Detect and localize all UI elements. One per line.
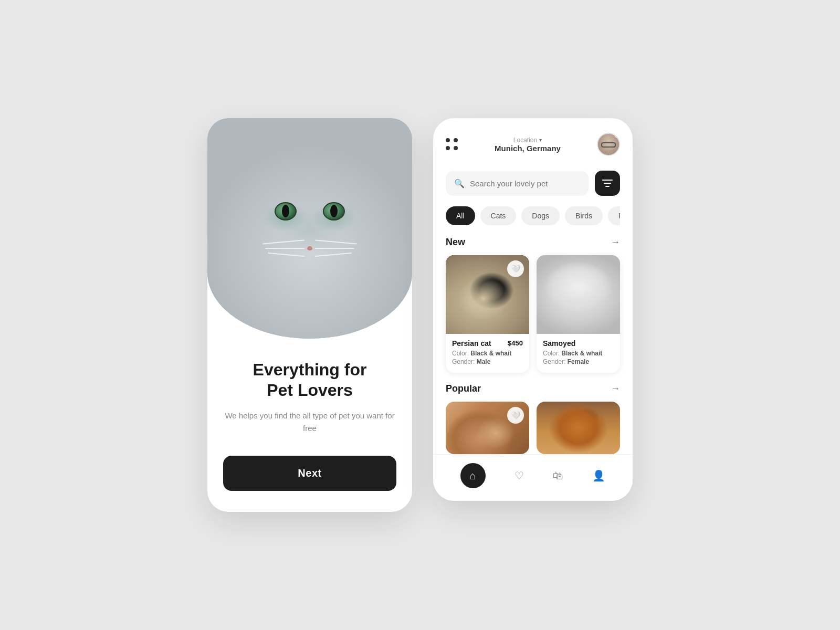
- notification-dot: [615, 133, 620, 138]
- new-pets-grid: 🤍 Persian cat $450 Color: Black & whait …: [446, 255, 620, 373]
- filter-line-2: [604, 183, 611, 184]
- home-icon-bg: ⌂: [460, 463, 486, 488]
- onboarding-screen: Everything for Pet Lovers We helps you f…: [207, 118, 412, 512]
- samoyed-image: [537, 255, 620, 334]
- cat-nose: [307, 246, 312, 250]
- persian-cat-image: 🤍: [446, 255, 529, 334]
- home-icon: ⌂: [470, 470, 476, 482]
- samoyed-top-row: Samoyed: [543, 339, 614, 348]
- popular-section-header: Popular →: [446, 383, 620, 394]
- dot-2: [454, 138, 458, 142]
- tab-all[interactable]: All: [446, 206, 475, 225]
- filter-line-3: [605, 186, 610, 187]
- filter-line-1: [602, 180, 613, 181]
- popular-section-arrow[interactable]: →: [611, 383, 620, 394]
- persian-cat-info: Persian cat $450 Color: Black & whait Ge…: [446, 334, 529, 373]
- new-section-title: New: [446, 237, 465, 248]
- location-label: Location ▾: [458, 136, 597, 144]
- location-city: Munich, Germany: [458, 144, 597, 153]
- persian-cat-name: Persian cat: [452, 339, 491, 348]
- main-title: Everything for Pet Lovers: [223, 360, 396, 400]
- pet-card-persian: 🤍 Persian cat $450 Color: Black & whait …: [446, 255, 529, 373]
- cat-face: [207, 118, 412, 339]
- nav-profile[interactable]: 👤: [592, 469, 605, 482]
- avatar[interactable]: [597, 133, 620, 156]
- popular-pets-grid: 🤍: [446, 402, 620, 454]
- samoyed-info: Samoyed Color: Black & whait Gender: Fem…: [537, 334, 620, 373]
- samoyed-name: Samoyed: [543, 339, 575, 348]
- search-input-wrapper[interactable]: 🔍: [446, 171, 589, 196]
- pet-card-samoyed: Samoyed Color: Black & whait Gender: Fem…: [537, 255, 620, 373]
- samoyed-color: Color: Black & whait: [543, 350, 614, 357]
- dot-1: [446, 138, 450, 142]
- persian-cat-heart-button[interactable]: 🤍: [507, 260, 524, 277]
- samoyed-gender: Gender: Female: [543, 358, 614, 365]
- new-section-header: New →: [446, 237, 620, 248]
- location-area[interactable]: Location ▾ Munich, Germany: [458, 136, 597, 153]
- onboarding-subtitle: We helps you find the all type of pet yo…: [223, 410, 396, 435]
- menu-dots-button[interactable]: [446, 138, 458, 151]
- app-container: Everything for Pet Lovers We helps you f…: [176, 87, 664, 543]
- search-icon: 🔍: [454, 178, 465, 188]
- persian-cat-top-row: Persian cat $450: [452, 339, 523, 348]
- nav-shop[interactable]: 🛍: [553, 470, 563, 482]
- search-bar: 🔍: [446, 171, 620, 196]
- new-section-arrow[interactable]: →: [611, 237, 620, 248]
- main-screen: Location ▾ Munich, Germany 🔍: [433, 118, 633, 501]
- tab-dogs[interactable]: Dogs: [521, 206, 560, 225]
- app-header: Location ▾ Munich, Germany: [446, 133, 620, 156]
- persian-cat-price: $450: [508, 339, 523, 347]
- nav-favorites[interactable]: ♡: [514, 469, 524, 482]
- persian-cat-gender: Gender: Male: [452, 358, 523, 365]
- bag-icon: 🛍: [553, 470, 563, 482]
- chevron-down-icon: ▾: [539, 137, 542, 143]
- tab-rabbits[interactable]: Rab: [608, 206, 620, 225]
- tab-cats[interactable]: Cats: [480, 206, 517, 225]
- cat-eyes: [275, 202, 345, 220]
- dot-4: [454, 146, 458, 150]
- avatar-glasses: [601, 142, 616, 148]
- category-tabs: All Cats Dogs Birds Rab: [446, 206, 620, 225]
- persian-cat-color: Color: Black & whait: [452, 350, 523, 357]
- whisker-left-2: [265, 248, 304, 249]
- popular-pet-1-heart-button[interactable]: 🤍: [507, 407, 524, 424]
- popular-section-title: Popular: [446, 383, 481, 394]
- person-icon: 👤: [592, 469, 605, 482]
- heart-icon: ♡: [514, 469, 524, 482]
- popular-pet-card-1: 🤍: [446, 402, 529, 454]
- filter-button[interactable]: [595, 171, 620, 196]
- popular-pet-card-2: [537, 402, 620, 454]
- search-input[interactable]: [470, 179, 580, 188]
- whisker-right-2: [315, 248, 354, 249]
- cat-left-eye: [275, 202, 297, 220]
- cat-hero-image: [207, 118, 412, 339]
- bottom-navigation: ⌂ ♡ 🛍 👤: [433, 454, 633, 501]
- samoyed-bg: [537, 255, 620, 334]
- filter-icon: [602, 180, 613, 187]
- dot-3: [446, 146, 450, 150]
- onboarding-content: Everything for Pet Lovers We helps you f…: [207, 339, 412, 512]
- cat-right-eye: [323, 202, 345, 220]
- tab-birds[interactable]: Birds: [565, 206, 603, 225]
- nav-home[interactable]: ⌂: [460, 463, 486, 488]
- main-screen-content: Location ▾ Munich, Germany 🔍: [433, 118, 633, 454]
- next-button[interactable]: Next: [223, 456, 396, 491]
- popular-cat2-bg: [537, 402, 620, 454]
